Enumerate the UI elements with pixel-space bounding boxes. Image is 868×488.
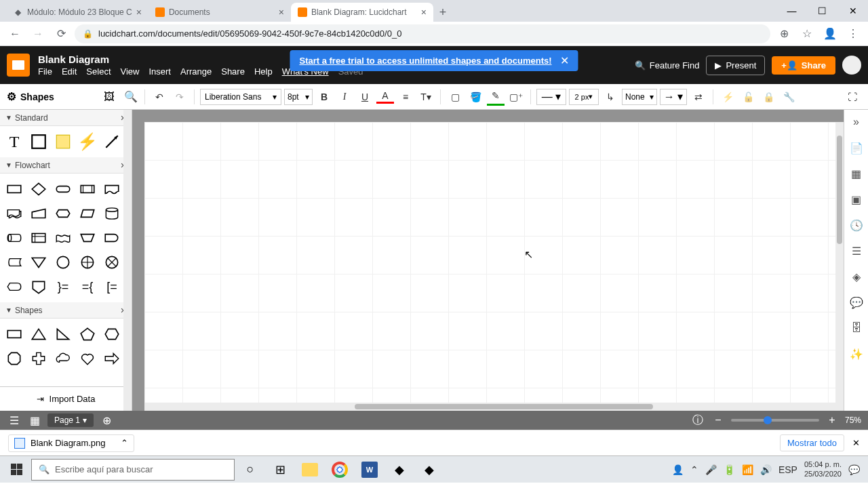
page-tab[interactable]: Page 1 ▾: [47, 413, 94, 427]
shape-heart[interactable]: [76, 347, 99, 370]
browser-tab-3[interactable]: Blank Diagram: Lucidchart ×: [291, 3, 433, 22]
shape-rectangle[interactable]: [3, 323, 26, 346]
shape-delay[interactable]: [100, 226, 123, 249]
menu-select[interactable]: Select: [86, 66, 111, 77]
vertical-scrollbar[interactable]: [835, 122, 844, 403]
bookmark-icon[interactable]: ☆: [797, 24, 816, 43]
shape-octagon[interactable]: [3, 347, 26, 370]
app-logo[interactable]: [7, 54, 30, 77]
image-icon[interactable]: 🖼: [101, 89, 117, 105]
section-flowchart[interactable]: ▼ Flowchart ×: [0, 157, 132, 174]
shape-line[interactable]: [100, 130, 123, 153]
close-icon[interactable]: ✕: [560, 54, 569, 67]
forward-button[interactable]: →: [28, 24, 47, 43]
underline-button[interactable]: U: [356, 88, 374, 106]
shape-brace-left[interactable]: ={: [76, 275, 99, 298]
shape-storeddata[interactable]: [3, 251, 26, 274]
reload-button[interactable]: ⟳: [52, 24, 71, 43]
menu-edit[interactable]: Edit: [62, 66, 77, 77]
text-options-button[interactable]: T▾: [417, 88, 435, 106]
shape-options-button[interactable]: ▢⁺: [507, 88, 525, 106]
minimize-button[interactable]: —: [776, 0, 807, 22]
shape-right-triangle[interactable]: [52, 323, 75, 346]
arrow-start-select[interactable]: None▾: [622, 89, 657, 105]
comments-icon[interactable]: 💬: [848, 294, 865, 310]
feature-find-button[interactable]: 🔍 Feature Find: [635, 60, 700, 70]
shape-manualinput[interactable]: [27, 202, 50, 225]
present-button[interactable]: ▶ Present: [706, 56, 765, 75]
shape-pentagon[interactable]: [76, 323, 99, 346]
download-item[interactable]: Blank Diagram.png ⌃: [8, 434, 134, 452]
taskview-button[interactable]: ⊞: [266, 456, 294, 483]
zoom-in-button[interactable]: +: [825, 413, 840, 428]
back-button[interactable]: ←: [5, 24, 24, 43]
swap-arrows-button[interactable]: ⇄: [690, 88, 707, 106]
show-all-downloads[interactable]: Mostrar todo: [780, 434, 844, 451]
shape-display[interactable]: [3, 275, 26, 298]
shape-data[interactable]: [76, 202, 99, 225]
chevron-up-icon[interactable]: ⌃: [121, 438, 128, 448]
shape-papertape[interactable]: [52, 226, 75, 249]
shape-directdata[interactable]: [3, 226, 26, 249]
shape-process[interactable]: [3, 178, 26, 201]
align-button[interactable]: ≡: [397, 88, 414, 106]
shape-decision[interactable]: [27, 178, 50, 201]
taskbar-clock[interactable]: 05:04 p. m. 25/03/2020: [804, 460, 842, 478]
tray-chevron-icon[interactable]: ⌃: [690, 464, 698, 475]
shape-offpage[interactable]: [27, 275, 50, 298]
shape-internalstorage[interactable]: [27, 226, 50, 249]
close-icon[interactable]: ✕: [852, 438, 860, 448]
notifications-icon[interactable]: 💬: [848, 464, 860, 475]
close-button[interactable]: ✕: [837, 0, 868, 22]
shape-cloud[interactable]: [52, 347, 75, 370]
start-button[interactable]: [3, 456, 30, 483]
menu-view[interactable]: View: [121, 66, 140, 77]
page-icon[interactable]: 📄: [848, 140, 865, 156]
lock-open-icon[interactable]: 🔓: [739, 88, 757, 106]
new-tab-button[interactable]: +: [433, 3, 452, 22]
translate-icon[interactable]: ⊕: [774, 24, 793, 43]
fullscreen-button[interactable]: ⛶: [844, 88, 861, 106]
line-color-button[interactable]: ✎: [487, 88, 505, 106]
mic-icon[interactable]: 🎤: [705, 464, 717, 475]
zoom-out-button[interactable]: −: [711, 413, 726, 428]
maximize-button[interactable]: ☐: [807, 0, 837, 22]
shapes-panel-toggle[interactable]: ⚙ Shapes: [7, 90, 54, 103]
shape-summing[interactable]: [100, 251, 123, 274]
user-avatar[interactable]: [842, 56, 861, 75]
browser-tab-1[interactable]: ◆ Módulo: Módulo 23 Bloque C ×: [5, 3, 149, 22]
undo-button[interactable]: ↶: [151, 88, 168, 106]
add-page-button[interactable]: ⊕: [99, 413, 114, 428]
lock-icon[interactable]: 🔒: [760, 88, 777, 106]
shape-predefined[interactable]: [76, 178, 99, 201]
wifi-icon[interactable]: 📶: [742, 464, 753, 475]
font-family-select[interactable]: Liberation Sans▾: [200, 89, 281, 105]
grid-view-icon[interactable]: ▦: [27, 413, 42, 428]
menu-arrange[interactable]: Arrange: [180, 66, 212, 77]
profile-icon[interactable]: 👤: [821, 24, 840, 43]
zoom-level[interactable]: 75%: [845, 415, 861, 425]
shape-hexagon[interactable]: [100, 323, 123, 346]
arrow-end-select[interactable]: → ▾: [660, 89, 687, 105]
browser-tab-2[interactable]: Documents ×: [149, 3, 291, 22]
slideshow-icon[interactable]: ▦: [848, 165, 865, 182]
menu-file[interactable]: File: [38, 66, 52, 77]
shape-note[interactable]: [52, 130, 75, 153]
shape-connector[interactable]: [52, 251, 75, 274]
shape-brace-right[interactable]: }=: [52, 275, 75, 298]
app-chrome[interactable]: [326, 456, 354, 483]
shape-document[interactable]: [100, 178, 123, 201]
app-unknown-2[interactable]: ◆: [415, 456, 443, 483]
shape-block[interactable]: [27, 130, 50, 153]
import-data-button[interactable]: ⇥ Import Data: [0, 386, 132, 411]
battery-icon[interactable]: 🔋: [724, 464, 735, 475]
shape-database[interactable]: [100, 202, 123, 225]
list-view-icon[interactable]: ☰: [7, 413, 22, 428]
shape-triangle[interactable]: [27, 323, 50, 346]
help-icon[interactable]: ⓘ: [690, 413, 705, 428]
font-size-select[interactable]: 8pt▾: [284, 89, 313, 105]
shape-manualop[interactable]: [76, 226, 99, 249]
border-color-button[interactable]: ▢: [446, 88, 464, 106]
horizontal-scrollbar[interactable]: [144, 403, 844, 411]
language-indicator[interactable]: ESP: [778, 464, 797, 475]
